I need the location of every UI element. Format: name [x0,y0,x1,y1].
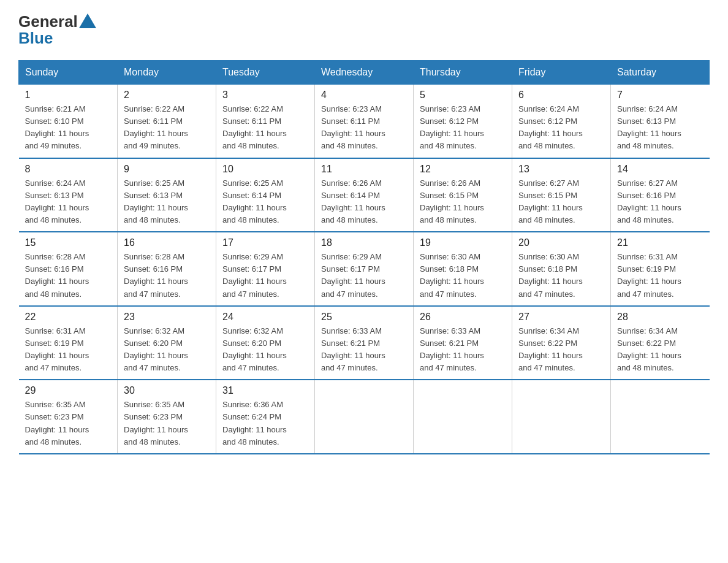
calendar-cell: 13Sunrise: 6:27 AM Sunset: 6:15 PM Dayli… [512,158,611,232]
day-number: 11 [321,164,407,175]
calendar-cell: 17Sunrise: 6:29 AM Sunset: 6:17 PM Dayli… [216,232,315,306]
calendar-cell: 12Sunrise: 6:26 AM Sunset: 6:15 PM Dayli… [414,158,512,232]
day-number: 17 [222,237,308,248]
calendar-cell: 15Sunrise: 6:28 AM Sunset: 6:16 PM Dayli… [19,232,118,306]
calendar-week-row: 15Sunrise: 6:28 AM Sunset: 6:16 PM Dayli… [19,232,710,306]
calendar-cell [611,380,710,454]
calendar-cell: 4Sunrise: 6:23 AM Sunset: 6:11 PM Daylig… [315,85,414,158]
col-header-saturday: Saturday [611,61,710,85]
day-info: Sunrise: 6:24 AM Sunset: 6:13 PM Dayligh… [617,103,703,153]
day-number: 5 [420,90,506,101]
logo: General Blue [18,12,96,48]
day-number: 9 [124,164,210,175]
day-info: Sunrise: 6:22 AM Sunset: 6:11 PM Dayligh… [222,103,308,153]
calendar-cell: 19Sunrise: 6:30 AM Sunset: 6:18 PM Dayli… [414,232,512,306]
calendar-cell: 30Sunrise: 6:35 AM Sunset: 6:23 PM Dayli… [118,380,216,454]
day-number: 14 [617,164,703,175]
calendar-cell: 16Sunrise: 6:28 AM Sunset: 6:16 PM Dayli… [118,232,216,306]
calendar-week-row: 8Sunrise: 6:24 AM Sunset: 6:13 PM Daylig… [19,158,710,232]
calendar-header-row: SundayMondayTuesdayWednesdayThursdayFrid… [19,61,710,85]
calendar-table: SundayMondayTuesdayWednesdayThursdayFrid… [18,60,710,454]
day-info: Sunrise: 6:29 AM Sunset: 6:17 PM Dayligh… [222,251,308,301]
calendar-cell: 22Sunrise: 6:31 AM Sunset: 6:19 PM Dayli… [19,306,118,380]
day-info: Sunrise: 6:21 AM Sunset: 6:10 PM Dayligh… [25,103,112,153]
day-info: Sunrise: 6:29 AM Sunset: 6:17 PM Dayligh… [321,251,407,301]
day-number: 23 [124,312,210,323]
day-info: Sunrise: 6:27 AM Sunset: 6:16 PM Dayligh… [617,177,703,227]
calendar-cell: 9Sunrise: 6:25 AM Sunset: 6:13 PM Daylig… [118,158,216,232]
col-header-friday: Friday [512,61,611,85]
col-header-monday: Monday [118,61,216,85]
day-info: Sunrise: 6:28 AM Sunset: 6:16 PM Dayligh… [25,251,112,301]
calendar-cell: 5Sunrise: 6:23 AM Sunset: 6:12 PM Daylig… [414,85,512,158]
day-number: 28 [617,312,703,323]
day-info: Sunrise: 6:28 AM Sunset: 6:16 PM Dayligh… [124,251,210,301]
col-header-wednesday: Wednesday [315,61,414,85]
day-info: Sunrise: 6:34 AM Sunset: 6:22 PM Dayligh… [617,325,703,375]
day-info: Sunrise: 6:30 AM Sunset: 6:18 PM Dayligh… [518,251,604,301]
calendar-cell: 11Sunrise: 6:26 AM Sunset: 6:14 PM Dayli… [315,158,414,232]
day-number: 8 [25,164,112,175]
calendar-cell: 23Sunrise: 6:32 AM Sunset: 6:20 PM Dayli… [118,306,216,380]
day-number: 21 [617,237,703,248]
calendar-cell [414,380,512,454]
day-number: 27 [518,312,604,323]
calendar-cell: 26Sunrise: 6:33 AM Sunset: 6:21 PM Dayli… [414,306,512,380]
day-number: 26 [420,312,506,323]
day-number: 4 [321,90,407,101]
day-info: Sunrise: 6:30 AM Sunset: 6:18 PM Dayligh… [420,251,506,301]
logo-blue-text: Blue [18,29,53,48]
day-number: 29 [25,385,112,396]
day-number: 15 [25,237,112,248]
day-info: Sunrise: 6:22 AM Sunset: 6:11 PM Dayligh… [124,103,210,153]
day-info: Sunrise: 6:32 AM Sunset: 6:20 PM Dayligh… [222,325,308,375]
calendar-cell: 2Sunrise: 6:22 AM Sunset: 6:11 PM Daylig… [118,85,216,158]
calendar-cell: 18Sunrise: 6:29 AM Sunset: 6:17 PM Dayli… [315,232,414,306]
col-header-thursday: Thursday [414,61,512,85]
day-info: Sunrise: 6:31 AM Sunset: 6:19 PM Dayligh… [617,251,703,301]
day-info: Sunrise: 6:25 AM Sunset: 6:14 PM Dayligh… [222,177,308,227]
day-info: Sunrise: 6:27 AM Sunset: 6:15 PM Dayligh… [518,177,604,227]
day-number: 30 [124,385,210,396]
day-number: 19 [420,237,506,248]
col-header-sunday: Sunday [19,61,118,85]
day-number: 31 [222,385,308,396]
day-info: Sunrise: 6:36 AM Sunset: 6:24 PM Dayligh… [222,399,308,448]
calendar-week-row: 29Sunrise: 6:35 AM Sunset: 6:23 PM Dayli… [19,380,710,454]
day-info: Sunrise: 6:24 AM Sunset: 6:12 PM Dayligh… [518,103,604,153]
calendar-cell: 14Sunrise: 6:27 AM Sunset: 6:16 PM Dayli… [611,158,710,232]
calendar-cell: 25Sunrise: 6:33 AM Sunset: 6:21 PM Dayli… [315,306,414,380]
day-number: 7 [617,90,703,101]
calendar-cell [512,380,611,454]
calendar-cell: 28Sunrise: 6:34 AM Sunset: 6:22 PM Dayli… [611,306,710,380]
calendar-cell: 3Sunrise: 6:22 AM Sunset: 6:11 PM Daylig… [216,85,315,158]
day-info: Sunrise: 6:33 AM Sunset: 6:21 PM Dayligh… [420,325,506,375]
day-info: Sunrise: 6:26 AM Sunset: 6:14 PM Dayligh… [321,177,407,227]
day-number: 1 [25,90,112,101]
day-number: 13 [518,164,604,175]
day-info: Sunrise: 6:35 AM Sunset: 6:23 PM Dayligh… [25,399,112,448]
day-info: Sunrise: 6:23 AM Sunset: 6:11 PM Dayligh… [321,103,407,153]
calendar-cell: 31Sunrise: 6:36 AM Sunset: 6:24 PM Dayli… [216,380,315,454]
day-number: 2 [124,90,210,101]
day-number: 22 [25,312,112,323]
day-info: Sunrise: 6:24 AM Sunset: 6:13 PM Dayligh… [25,177,112,227]
calendar-cell: 29Sunrise: 6:35 AM Sunset: 6:23 PM Dayli… [19,380,118,454]
day-info: Sunrise: 6:26 AM Sunset: 6:15 PM Dayligh… [420,177,506,227]
day-info: Sunrise: 6:25 AM Sunset: 6:13 PM Dayligh… [124,177,210,227]
day-number: 24 [222,312,308,323]
day-number: 10 [222,164,308,175]
day-number: 6 [518,90,604,101]
calendar-week-row: 1Sunrise: 6:21 AM Sunset: 6:10 PM Daylig… [19,85,710,158]
calendar-week-row: 22Sunrise: 6:31 AM Sunset: 6:19 PM Dayli… [19,306,710,380]
day-info: Sunrise: 6:35 AM Sunset: 6:23 PM Dayligh… [124,399,210,448]
day-info: Sunrise: 6:32 AM Sunset: 6:20 PM Dayligh… [124,325,210,375]
calendar-cell: 27Sunrise: 6:34 AM Sunset: 6:22 PM Dayli… [512,306,611,380]
page-header: General Blue [18,12,710,48]
calendar-cell: 1Sunrise: 6:21 AM Sunset: 6:10 PM Daylig… [19,85,118,158]
day-info: Sunrise: 6:34 AM Sunset: 6:22 PM Dayligh… [518,325,604,375]
calendar-cell [315,380,414,454]
day-info: Sunrise: 6:33 AM Sunset: 6:21 PM Dayligh… [321,325,407,375]
calendar-cell: 6Sunrise: 6:24 AM Sunset: 6:12 PM Daylig… [512,85,611,158]
calendar-cell: 8Sunrise: 6:24 AM Sunset: 6:13 PM Daylig… [19,158,118,232]
